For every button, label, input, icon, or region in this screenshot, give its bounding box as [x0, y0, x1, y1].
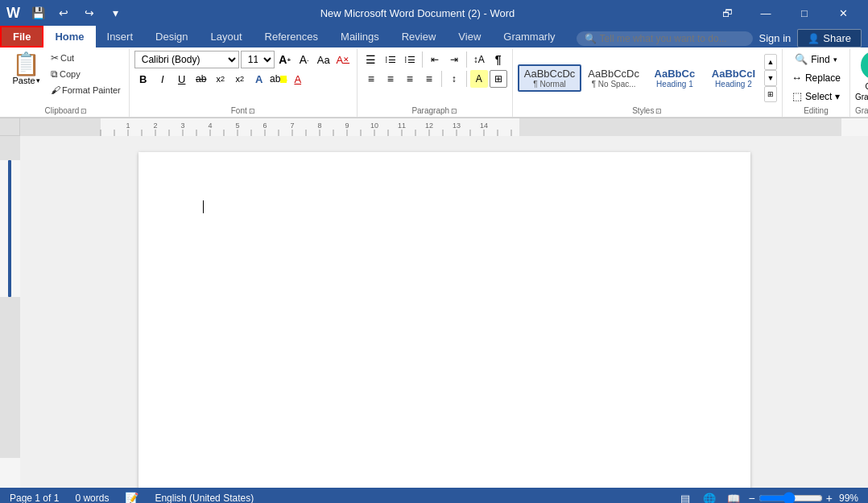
clipboard-expander[interactable]: ⊡ — [81, 107, 87, 115]
grammarly-open-btn[interactable]: OpenGrammarly — [855, 81, 868, 102]
tell-me-input[interactable] — [600, 33, 745, 44]
document-area[interactable] — [20, 136, 868, 488]
save-quick-btn[interactable]: 💾 — [27, 2, 49, 24]
window-title: New Microsoft Word Document (2) - Word — [126, 7, 709, 19]
font-content: Calibri (Body) 11 A+ A- Aa A✕ B I U ab x… — [134, 51, 352, 105]
tab-insert[interactable]: Insert — [96, 26, 145, 47]
paste-icon: 📋 — [12, 53, 40, 76]
close-btn[interactable]: ✕ — [825, 0, 862, 26]
multilevel-btn[interactable]: ⁞☰ — [401, 51, 419, 68]
align-left-btn[interactable]: ≡ — [362, 70, 380, 88]
main-area — [0, 136, 868, 488]
find-btn[interactable]: 🔍 Find ▾ — [791, 51, 841, 68]
tab-view[interactable]: View — [447, 26, 492, 47]
page-count[interactable]: Page 1 of 1 — [6, 493, 62, 503]
maximize-btn[interactable]: □ — [786, 0, 823, 26]
sign-in-btn[interactable]: Sign in — [759, 32, 792, 44]
print-layout-btn[interactable]: ▤ — [676, 490, 694, 503]
redo-quick-btn[interactable]: ↪ — [78, 2, 101, 24]
paragraph-expander[interactable]: ⊡ — [451, 107, 457, 115]
zoom-slider[interactable] — [758, 492, 823, 503]
title-bar: W 💾 ↩ ↪ ▾ New Microsoft Word Document (2… — [0, 0, 868, 26]
tab-mailings[interactable]: Mailings — [329, 26, 391, 47]
language[interactable]: English (United States) — [151, 493, 257, 503]
bullets-btn[interactable]: ☰ — [362, 51, 380, 68]
word-count[interactable]: 0 words — [72, 493, 112, 503]
read-mode-btn[interactable]: 📖 — [725, 490, 742, 503]
ribbon: File Home Insert Design Layout Reference… — [0, 26, 868, 118]
highlight-btn[interactable]: ab▬ — [270, 70, 287, 88]
line-spacing-btn[interactable]: ↕ — [445, 70, 463, 88]
replace-btn[interactable]: ↔ Replace — [787, 69, 845, 86]
subscript-btn[interactable]: x2 — [212, 70, 229, 88]
tab-file[interactable]: File — [0, 26, 43, 47]
font-name-select[interactable]: Calibri (Body) — [134, 51, 239, 68]
tab-references[interactable]: References — [254, 26, 329, 47]
ruler-area: /* generated via JS below */ 12345678910… — [0, 118, 868, 136]
style-normal[interactable]: AaBbCcDc ¶ Normal — [518, 64, 582, 92]
web-layout-btn[interactable]: 🌐 — [701, 490, 718, 503]
styles-expander[interactable]: ⊡ — [655, 107, 662, 115]
grow-font-btn[interactable]: A+ — [276, 51, 294, 68]
increase-indent-btn[interactable]: ⇥ — [445, 51, 463, 68]
zoom-in-btn[interactable]: + — [826, 492, 833, 503]
svg-text:4: 4 — [208, 122, 212, 130]
styles-more[interactable]: ⊞ — [764, 86, 777, 102]
text-effects-btn[interactable]: A — [250, 70, 268, 88]
share-btn[interactable]: 👤 Share — [797, 29, 862, 47]
align-right-btn[interactable]: ≡ — [401, 70, 419, 88]
align-center-btn[interactable]: ≡ — [382, 70, 399, 88]
quick-access-dropdown-btn[interactable]: ▾ — [104, 2, 126, 24]
underline-btn[interactable]: U — [173, 70, 191, 88]
styles-label: Styles ⊡ — [632, 106, 662, 115]
bold-btn[interactable]: B — [134, 70, 152, 88]
paste-btn[interactable]: 📋 Paste ▾ — [8, 51, 44, 88]
zoom-control: − + 99% — [749, 492, 862, 503]
justify-btn[interactable]: ≡ — [420, 70, 438, 88]
style-no-spacing[interactable]: AaBbCcDc ¶ No Spac... — [582, 65, 645, 91]
editing-group: 🔍 Find ▾ ↔ Replace ⬚ Select ▾ Editing — [783, 49, 850, 117]
style-heading1[interactable]: AaBbCc Heading 1 — [646, 65, 704, 91]
svg-text:11: 11 — [398, 122, 406, 130]
zoom-out-btn[interactable]: − — [749, 492, 755, 503]
tab-design[interactable]: Design — [144, 26, 199, 47]
styles-scroll-down[interactable]: ▼ — [764, 70, 777, 86]
styles-group: AaBbCcDc ¶ Normal AaBbCcDc ¶ No Spac... … — [513, 49, 783, 117]
style-heading2[interactable]: AaBbCcI Heading 2 — [705, 65, 763, 91]
font-size-select[interactable]: 11 — [241, 51, 275, 68]
tab-grammarly[interactable]: Grammarly — [492, 26, 566, 47]
tab-review[interactable]: Review — [391, 26, 448, 47]
document-page[interactable] — [138, 152, 750, 488]
grammarly-content: G OpenGrammarly — [855, 51, 868, 105]
change-case-btn[interactable]: Aa — [315, 51, 333, 68]
left-margin-indicator — [8, 160, 11, 297]
restore-btn[interactable]: 🗗 — [709, 0, 746, 26]
zoom-percent[interactable]: 99% — [836, 493, 862, 503]
italic-btn[interactable]: I — [154, 70, 172, 88]
tab-layout[interactable]: Layout — [200, 26, 254, 47]
clear-format-btn[interactable]: A✕ — [334, 51, 352, 68]
tell-me-container[interactable]: 🔍 — [577, 31, 753, 46]
show-hide-btn[interactable]: ¶ — [490, 51, 507, 68]
numbering-btn[interactable]: ⁞☰ — [382, 51, 399, 68]
format-painter-btn[interactable]: 🖌 Format Painter — [48, 83, 124, 97]
styles-scroll-up[interactable]: ▲ — [764, 54, 777, 70]
borders-btn[interactable]: ⊞ — [490, 70, 507, 88]
superscript-btn[interactable]: x2 — [231, 70, 249, 88]
tab-home[interactable]: Home — [43, 26, 95, 47]
font-expander[interactable]: ⊡ — [249, 107, 255, 115]
shrink-font-btn[interactable]: A- — [296, 51, 313, 68]
cut-btn[interactable]: ✂ Cut — [48, 51, 124, 65]
title-bar-left: W 💾 ↩ ↪ ▾ — [6, 2, 126, 24]
shading-btn[interactable]: A — [470, 70, 488, 88]
decrease-indent-btn[interactable]: ⇤ — [426, 51, 444, 68]
select-btn[interactable]: ⬚ Select ▾ — [788, 88, 844, 105]
sort-btn[interactable]: ↕A — [470, 51, 488, 68]
font-color-btn[interactable]: A — [289, 70, 307, 88]
copy-btn[interactable]: ⧉ Copy — [48, 67, 124, 81]
strikethrough-btn[interactable]: ab — [192, 70, 210, 88]
proofing-icon[interactable]: 📝 — [122, 492, 142, 503]
minimize-btn[interactable]: — — [747, 0, 784, 26]
undo-quick-btn[interactable]: ↩ — [52, 2, 75, 24]
grammarly-logo[interactable]: G — [861, 51, 868, 80]
